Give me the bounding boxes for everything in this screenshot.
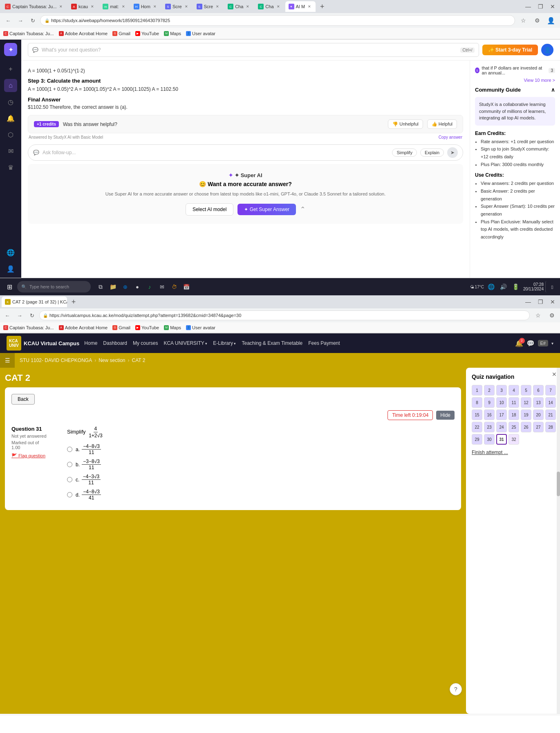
volume-icon[interactable]: 🔊 (498, 281, 509, 292)
sidebar-icon-mail[interactable]: ✉ (4, 144, 17, 157)
quiz-num-23[interactable]: 23 (484, 422, 495, 432)
collapse-button[interactable]: ⌃ (300, 205, 305, 213)
quiz-num-11[interactable]: 11 (508, 397, 519, 408)
quiz-num-32[interactable]: 32 (508, 434, 519, 445)
quiz-num-14[interactable]: 14 (545, 397, 556, 408)
quiz-num-12[interactable]: 12 (521, 397, 531, 408)
super-answer-button[interactable]: ✦ Get Super Answer (237, 204, 296, 215)
bottom-address-bar[interactable]: 🔒 https://virtualcampus.kcau.ac.ke/mod/q… (39, 310, 530, 320)
mail-app-icon[interactable]: ✉ (156, 281, 168, 292)
collapse-guide-icon[interactable]: ∧ (551, 87, 555, 93)
quiz-num-25[interactable]: 25 (508, 422, 519, 432)
simplify-chip[interactable]: Simplify (392, 148, 417, 157)
tab-scre1[interactable]: S Scre ✕ (162, 1, 193, 12)
quiz-num-22[interactable]: 22 (472, 422, 482, 432)
back-btn-bottom[interactable]: ← (2, 310, 12, 320)
bm-captain[interactable]: C Captain Tsubasa: Ju... (3, 325, 54, 330)
quiz-num-30[interactable]: 30 (484, 434, 495, 445)
back-button-quiz[interactable]: Back (11, 394, 35, 405)
sidebar-icon-plus[interactable]: + (4, 63, 17, 76)
trial-button[interactable]: ✨ Start 3-day Trial (482, 45, 538, 55)
nav-teaching-timetable[interactable]: Teaching & Exam Timetable (242, 340, 302, 346)
profile-icon[interactable]: 👤 (545, 15, 557, 26)
chrome-icon[interactable]: ● (132, 281, 143, 292)
bm-maps[interactable]: M Maps (164, 325, 181, 330)
bookmark-gmail[interactable]: G Gmail (112, 31, 130, 36)
tab-close[interactable]: ✕ (58, 4, 64, 9)
extension-icon[interactable]: ⚙ (531, 15, 543, 26)
bottom-fav-icon[interactable]: ☆ (532, 310, 544, 321)
nav-mycourses[interactable]: My courses (133, 340, 158, 346)
quiz-num-3[interactable]: 3 (496, 385, 507, 396)
minimize-bottom[interactable]: — (522, 296, 534, 308)
bookmark-acrobat[interactable]: A Adobe Acrobat Home (59, 31, 108, 36)
quiz-num-21[interactable]: 21 (545, 409, 556, 420)
close-nav-panel[interactable]: ✕ (552, 371, 557, 378)
quiz-num-17[interactable]: 17 (496, 409, 507, 420)
sidebar-icon-cube[interactable]: ⬡ (4, 128, 17, 141)
user-initial-badge[interactable]: E# (538, 340, 548, 346)
spotify-icon[interactable]: ♪ (144, 281, 155, 292)
favorites-icon[interactable]: ☆ (517, 15, 529, 26)
bm-gmail[interactable]: G Gmail (112, 325, 130, 330)
close-top[interactable]: ✕ (547, 1, 558, 12)
calendar-icon[interactable]: 📅 (181, 281, 192, 292)
task-view-icon[interactable]: ⧉ (95, 281, 106, 292)
quiz-num-8[interactable]: 8 (472, 397, 482, 408)
tab-close[interactable]: ✕ (276, 4, 281, 9)
sidebar-icon-clock[interactable]: ◷ (4, 95, 17, 108)
bm-acrobat[interactable]: A Adobe Acrobat Home (59, 325, 108, 330)
sidebar-icon-globe[interactable]: 🌐 (4, 246, 17, 259)
search-input[interactable] (29, 284, 83, 289)
quiz-num-6[interactable]: 6 (533, 385, 544, 396)
quiz-num-29[interactable]: 29 (472, 434, 482, 445)
option-radio-c[interactable] (67, 477, 72, 482)
quiz-num-2[interactable]: 2 (484, 385, 495, 396)
quiz-num-16[interactable]: 16 (484, 409, 495, 420)
help-button[interactable]: ? (450, 683, 462, 695)
battery-icon[interactable]: 🔋 (510, 281, 522, 292)
show-desktop[interactable]: ▯ (545, 281, 557, 292)
quiz-num-28[interactable]: 28 (545, 422, 556, 432)
send-button[interactable]: ➤ (447, 147, 458, 158)
quiz-num-24[interactable]: 24 (496, 422, 507, 432)
bm-user[interactable]: 👤 User avatar (186, 325, 215, 330)
question-input-bar[interactable]: 💬 What's your next question? Ctrl+/ (28, 43, 479, 57)
tab-captain[interactable]: C Captain Tsubasa: Ju... ✕ (2, 1, 67, 12)
tab-close[interactable]: ✕ (152, 4, 158, 9)
hide-button[interactable]: Hide (436, 411, 455, 420)
forward-btn-bottom[interactable]: → (15, 310, 25, 320)
tab-mat[interactable]: m mat: ✕ (99, 1, 129, 12)
tab-close[interactable]: ✕ (90, 4, 95, 9)
unhelpful-button[interactable]: 👎 Unhelpful (388, 119, 423, 129)
quiz-num-10[interactable]: 10 (496, 397, 507, 408)
new-tab-button[interactable]: + (316, 1, 328, 12)
file-explorer-icon[interactable]: 📁 (107, 281, 119, 292)
quiz-num-15[interactable]: 15 (472, 409, 482, 420)
option-radio-b[interactable] (67, 462, 72, 467)
quiz-num-27[interactable]: 27 (533, 422, 544, 432)
helpful-button[interactable]: 👍 Helpful (427, 119, 457, 129)
restore-top[interactable]: ❐ (535, 1, 546, 12)
tab-close[interactable]: ✕ (215, 4, 220, 9)
quiz-num-26[interactable]: 26 (521, 422, 531, 432)
clock-app-icon[interactable]: ⏱ (168, 281, 180, 292)
reload-button[interactable]: ↻ (28, 16, 38, 25)
view-more-link[interactable]: View 10 more > (475, 78, 555, 83)
address-bar[interactable]: 🔒 https://studyx.ai/webapp/homework/1859… (40, 15, 515, 26)
tab-close[interactable]: ✕ (121, 4, 126, 9)
close-bottom[interactable]: ✕ (547, 296, 558, 308)
tab-acrobat[interactable]: A kcau ✕ (68, 1, 99, 12)
bookmark-captain[interactable]: C Captain Tsubasa: Ju... (3, 31, 54, 36)
nav-elibrary[interactable]: E-Library (213, 340, 236, 346)
chat-icon[interactable]: 💬 (526, 340, 535, 347)
option-radio-a[interactable] (67, 447, 72, 452)
quiz-num-18[interactable]: 18 (508, 409, 519, 420)
edge-icon[interactable]: ⊕ (119, 281, 131, 292)
quiz-num-19[interactable]: 19 (521, 409, 531, 420)
breadcrumb-section[interactable]: New section (99, 358, 125, 363)
network-icon[interactable]: 🌐 (486, 281, 497, 292)
bookmark-user[interactable]: 👤 User avatar (186, 31, 215, 36)
select-model-button[interactable]: Select AI model (186, 203, 233, 216)
start-button[interactable]: ⊞ (3, 281, 16, 293)
